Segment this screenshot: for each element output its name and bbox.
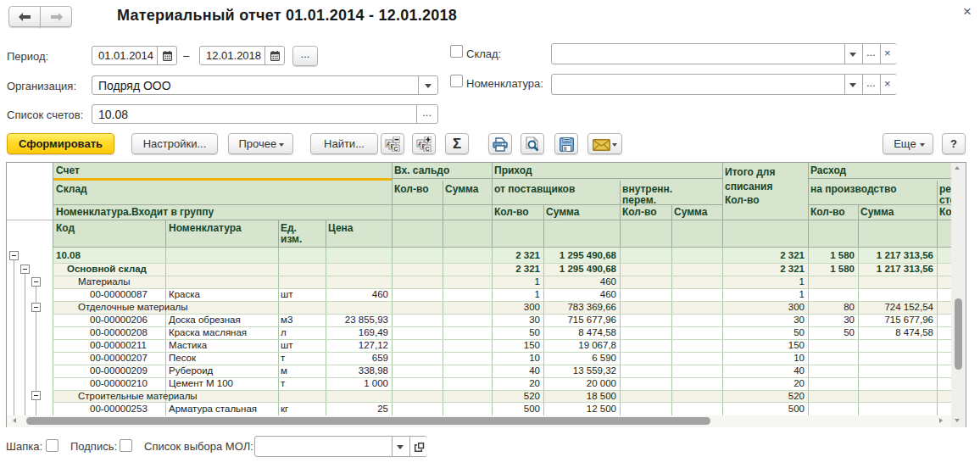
svg-text:C: C — [394, 146, 398, 152]
svg-text:C: C — [426, 146, 430, 152]
